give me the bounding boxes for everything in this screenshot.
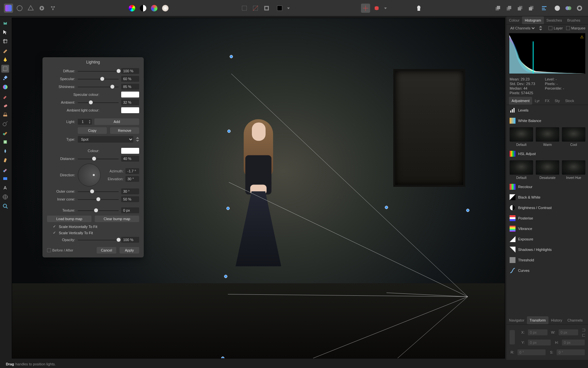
distance-slider[interactable] [78,156,119,161]
paint-brush-tool[interactable] [1,92,9,100]
flood-fill-tool[interactable] [1,74,9,82]
inner-cone-value[interactable] [121,196,139,202]
ambient-slider[interactable] [78,100,119,105]
light-handle-3[interactable] [385,206,388,209]
specular-slider[interactable] [78,77,119,81]
view-tool[interactable] [1,19,9,27]
adjustment-curves[interactable]: Curves [506,265,588,276]
opacity-slider[interactable] [78,237,119,242]
color-replacement-brush-tool[interactable] [1,166,9,173]
ambient-colour-swatch[interactable] [121,107,139,113]
tab-navigator[interactable]: Navigator [506,316,527,324]
adjustment-exposure[interactable]: Exposure [506,234,588,244]
scale-horizontal-checkbox[interactable]: ✓Scale Horizontally To Fit [42,223,144,230]
tab-transform[interactable]: Transform [527,316,548,324]
crop-tool-button[interactable] [564,4,573,13]
load-bump-map-button[interactable]: Load bump map [47,216,91,222]
snapping-button[interactable] [361,4,370,13]
texture-value[interactable] [121,207,139,213]
deselect-button[interactable] [251,4,260,13]
ambient-value[interactable] [121,99,139,105]
clone-brush-tool[interactable] [1,111,9,118]
pen-tool[interactable] [1,56,9,63]
marquee-tool[interactable] [1,65,9,73]
move-backward-button[interactable] [515,4,525,13]
foreground-swatch[interactable] [275,4,284,13]
size-lock-icon[interactable]: ⊐⊏ [582,327,585,338]
specular-value[interactable] [121,76,139,82]
texture-slider[interactable] [78,208,119,213]
adjustment-levels[interactable]: Levels [506,105,588,115]
shininess-slider[interactable] [78,84,119,89]
quick-mask-button[interactable] [553,4,562,13]
tab-colour[interactable]: Colour [506,16,522,24]
adjustment-vibrance[interactable]: Vibrance [506,223,588,234]
cancel-button[interactable]: Cancel [97,247,116,254]
distance-value[interactable] [121,156,139,162]
blur-brush-tool[interactable] [1,147,9,155]
tab-fx[interactable]: FX [542,97,552,105]
preset-warm[interactable]: Warm [536,127,559,147]
light-handle-6[interactable] [221,357,224,359]
diffuse-slider[interactable] [78,69,119,73]
adjustment-white-balance[interactable]: White Balance [506,115,588,126]
move-tool[interactable] [1,28,9,36]
adjustment-recolour[interactable]: Recolour [506,182,588,192]
preset-default[interactable]: Default [510,160,533,180]
elevation-value[interactable] [125,176,139,182]
direction-wheel[interactable] [78,164,101,186]
light-handle-5[interactable] [224,275,227,278]
erase-brush-tool[interactable] [1,101,9,109]
tab-stock[interactable]: Stock [563,97,577,105]
zoom-tool[interactable] [1,202,9,210]
adjustment-threshold[interactable]: Threshold [506,255,588,265]
tab-brushes[interactable]: Brushes [564,16,583,24]
light-handle-1[interactable] [227,130,231,133]
copy-light-button[interactable]: Copy [78,127,107,134]
adjustment-posterise[interactable]: Posterise [506,213,588,223]
light-handle-2[interactable] [226,207,230,210]
outer-cone-value[interactable] [121,188,139,194]
liquify-persona-button[interactable] [15,4,24,13]
diffuse-value[interactable] [121,68,139,74]
before-after-checkbox[interactable]: Before / After [47,248,73,252]
assistant-button[interactable] [414,4,423,13]
azimuth-value[interactable] [125,168,139,174]
develop-persona-button[interactable] [26,4,35,13]
preset-desaturate[interactable]: Desaturate [536,160,559,180]
select-all-button[interactable] [240,4,249,13]
remove-light-button[interactable]: Remove [110,127,139,134]
s-input[interactable] [557,349,585,355]
inpainting-brush-tool[interactable] [1,129,9,137]
auto-levels-button[interactable] [127,4,137,13]
auto-contrast-button[interactable] [139,4,148,13]
refine-button[interactable] [575,4,584,13]
selection-brush-tool[interactable] [1,46,9,54]
light-handle-0[interactable] [230,55,233,58]
add-light-button[interactable]: Add [94,118,139,125]
y-input[interactable] [528,340,551,345]
h-input[interactable] [562,340,585,345]
photo-persona-button[interactable] [4,4,13,13]
w-input[interactable] [559,329,578,335]
shininess-value[interactable] [121,84,139,90]
force-pixel-alignment-button[interactable] [372,4,381,13]
smudge-brush-tool[interactable] [1,156,9,164]
light-type-select[interactable]: Spot [78,136,133,143]
specular-colour-swatch[interactable] [121,92,139,97]
move-to-back-button[interactable] [527,4,536,13]
dodge-brush-tool[interactable] [1,120,9,128]
move-to-front-button[interactable] [493,4,502,13]
adjustment-hsl-adjust[interactable]: HSL Adjust [506,149,588,159]
tab-channels[interactable]: Channels [565,316,585,324]
preset-cool[interactable]: Cool [562,127,585,147]
swatch-dropdown[interactable] [286,4,291,13]
light-colour-swatch[interactable] [121,148,139,154]
gradient-tool[interactable] [1,83,9,91]
opacity-value[interactable] [121,237,139,243]
tone-map-persona-button[interactable] [37,4,46,13]
scale-vertical-checkbox[interactable]: ✓Scale Vertically To Fit [42,230,144,236]
clear-bump-map-button[interactable]: Clear bump map [95,216,139,222]
apply-button[interactable]: Apply [120,247,139,254]
auto-colours-button[interactable] [150,4,159,13]
